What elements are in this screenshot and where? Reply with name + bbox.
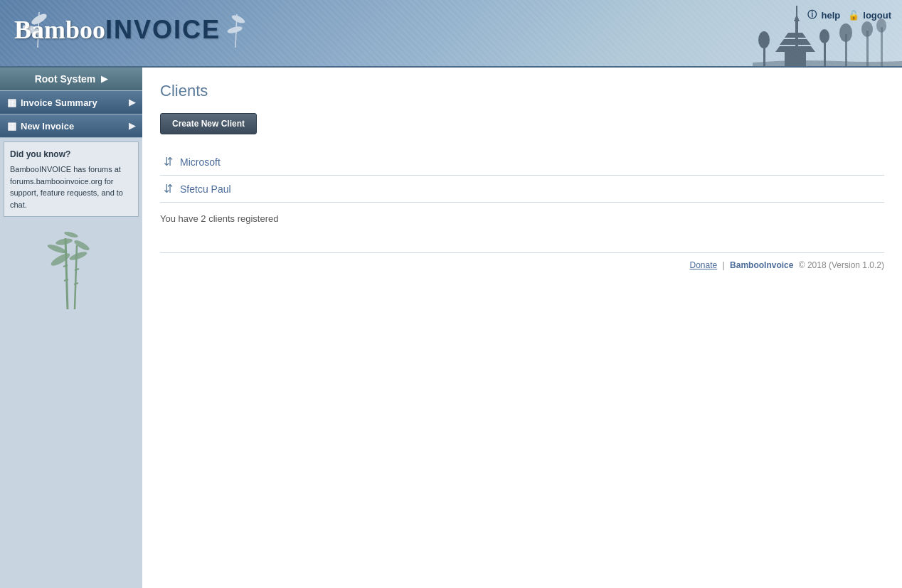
svg-marker-7 xyxy=(785,33,806,38)
client-row[interactable]: ⇵ Microsoft xyxy=(160,149,884,176)
did-you-know-title: Did you know? xyxy=(10,148,132,161)
svg-point-32 xyxy=(68,250,87,262)
logout-link[interactable]: 🔓 logout xyxy=(847,9,891,21)
footer-separator: | xyxy=(723,260,725,270)
footer-brand: BambooInvoice xyxy=(730,260,796,270)
sidebar-invoice-summary-label: Invoice Summary xyxy=(21,97,97,108)
clients-count-text: You have 2 clients registered xyxy=(160,213,884,224)
did-you-know-box: Did you know? BambooINVOICE has forums a… xyxy=(4,141,139,217)
page-title: Clients xyxy=(160,82,884,100)
donate-link[interactable]: Donate xyxy=(690,260,718,270)
svg-point-34 xyxy=(55,237,73,246)
svg-marker-9 xyxy=(775,46,815,52)
client-row[interactable]: ⇵ Sfetcu Paul xyxy=(160,176,884,203)
svg-point-30 xyxy=(50,251,72,268)
sidebar-item-root[interactable]: Root System ▶ xyxy=(0,68,142,91)
footer: Donate | BambooInvoice © 2018 (Version 1… xyxy=(160,252,884,270)
logo: BambooINVOICE xyxy=(11,9,253,51)
sidebar-root-arrow-icon: ▶ xyxy=(101,74,107,84)
svg-point-3 xyxy=(230,14,246,25)
sidebar: Root System ▶ ▦ Invoice Summary ▶ ▦ New … xyxy=(0,68,142,588)
svg-point-18 xyxy=(839,23,852,42)
sidebar-new-invoice-label: New Invoice xyxy=(21,121,74,132)
client-name-microsoft[interactable]: Microsoft xyxy=(180,156,221,168)
logout-label: logout xyxy=(863,10,891,21)
sidebar-invoice-summary-arrow-icon: ▶ xyxy=(129,97,135,107)
svg-marker-8 xyxy=(780,39,811,45)
sort-icon[interactable]: ⇵ xyxy=(164,155,173,169)
did-you-know-text: BambooINVOICE has forums at forums.bambo… xyxy=(10,165,123,209)
create-new-client-button[interactable]: Create New Client xyxy=(160,113,257,134)
footer-brand-name: BambooInvoice xyxy=(730,260,793,270)
sidebar-root-label: Root System xyxy=(35,73,96,85)
logo-bamboo: Bamboo xyxy=(14,16,105,44)
help-link[interactable]: ⓘ help xyxy=(806,9,841,21)
main-content: Clients Create New Client ⇵ Microsoft ⇵ … xyxy=(142,68,902,588)
bamboo-leaves-right-icon xyxy=(224,9,253,51)
svg-point-33 xyxy=(73,239,91,252)
svg-point-16 xyxy=(819,29,829,43)
svg-point-14 xyxy=(758,31,770,48)
svg-rect-21 xyxy=(881,27,883,66)
logo-invoice: INVOICE xyxy=(105,15,221,44)
header: BambooINVOICE xyxy=(0,0,902,68)
footer-copyright: © 2018 (Version 1.0.2) xyxy=(799,260,884,270)
svg-line-28 xyxy=(74,283,78,284)
svg-line-23 xyxy=(65,238,68,309)
bamboo-plant-icon xyxy=(43,224,100,309)
help-label: help xyxy=(822,10,841,21)
svg-marker-12 xyxy=(794,14,800,21)
bamboo-plant-decoration xyxy=(0,224,142,315)
client-name-sfetcu[interactable]: Sfetcu Paul xyxy=(180,183,231,195)
svg-point-35 xyxy=(64,231,79,239)
sidebar-new-invoice-arrow-icon: ▶ xyxy=(129,121,135,131)
layout: Root System ▶ ▦ Invoice Summary ▶ ▦ New … xyxy=(0,68,902,588)
sort-icon[interactable]: ⇵ xyxy=(164,182,173,196)
logout-icon: 🔓 xyxy=(847,9,860,21)
help-icon: ⓘ xyxy=(806,9,819,21)
new-invoice-icon: ▦ xyxy=(7,120,16,132)
svg-point-4 xyxy=(226,25,243,34)
client-list: ⇵ Microsoft ⇵ Sfetcu Paul xyxy=(160,149,884,203)
svg-point-20 xyxy=(861,21,873,37)
header-nav: ⓘ help 🔓 logout xyxy=(806,9,891,21)
invoice-summary-icon: ▦ xyxy=(7,97,16,108)
sidebar-item-invoice-summary[interactable]: ▦ Invoice Summary ▶ xyxy=(0,91,142,114)
sidebar-item-new-invoice[interactable]: ▦ New Invoice ▶ xyxy=(0,114,142,138)
